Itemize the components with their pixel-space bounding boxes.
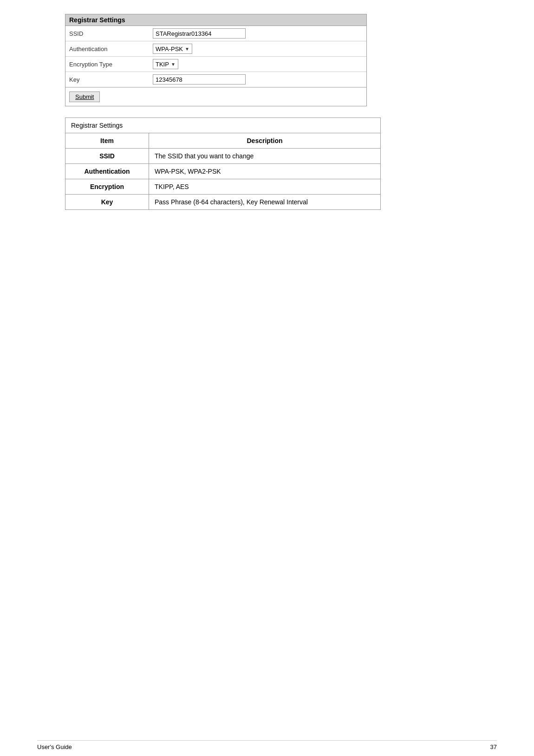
description-table: Registrar Settings Item Description SSID… (65, 117, 381, 210)
authentication-select[interactable]: WPA-PSK ▼ (153, 44, 192, 54)
authentication-value: WPA-PSK (156, 46, 183, 52)
form-title: Registrar Settings (65, 14, 366, 26)
encryption-type-value: TKIP (156, 61, 169, 68)
ssid-row: SSID (65, 26, 366, 41)
table-row: SSID The SSID that you want to change (65, 149, 381, 164)
table-row: Key Pass Phrase (8-64 characters), Key R… (65, 195, 381, 210)
row-2-item: Encryption (65, 179, 149, 195)
encryption-type-label: Encryption Type (69, 61, 153, 68)
submit-row: Submit (65, 87, 366, 106)
key-input[interactable] (153, 74, 246, 85)
table-row: Encryption TKIPP, AES (65, 179, 381, 195)
footer-page-number: 37 (490, 743, 497, 750)
key-label: Key (69, 76, 153, 83)
key-row: Key (65, 72, 366, 87)
description-table-title: Registrar Settings (65, 118, 381, 133)
encryption-type-dropdown-arrow: ▼ (171, 62, 176, 67)
row-0-item: SSID (65, 149, 149, 164)
row-1-description: WPA-PSK, WPA2-PSK (149, 164, 381, 179)
registrar-settings-form: Registrar Settings SSID Authentication W… (65, 14, 367, 106)
authentication-row: Authentication WPA-PSK ▼ (65, 41, 366, 57)
authentication-dropdown-arrow: ▼ (185, 46, 189, 52)
col-header-item: Item (65, 133, 149, 149)
row-3-item: Key (65, 195, 149, 210)
col-header-description: Description (149, 133, 381, 149)
encryption-type-row: Encryption Type TKIP ▼ (65, 57, 366, 72)
table-row: Authentication WPA-PSK, WPA2-PSK (65, 164, 381, 179)
row-3-description: Pass Phrase (8-64 characters), Key Renew… (149, 195, 381, 210)
page-footer: User's Guide 37 (37, 740, 497, 750)
authentication-label: Authentication (69, 46, 153, 52)
row-2-description: TKIPP, AES (149, 179, 381, 195)
encryption-type-select[interactable]: TKIP ▼ (153, 59, 178, 69)
row-1-item: Authentication (65, 164, 149, 179)
ssid-input[interactable] (153, 28, 246, 39)
ssid-label: SSID (69, 30, 153, 37)
footer-left-label: User's Guide (37, 743, 72, 750)
page-content: Registrar Settings SSID Authentication W… (37, 9, 497, 210)
submit-button[interactable]: Submit (69, 91, 100, 102)
row-0-description: The SSID that you want to change (149, 149, 381, 164)
